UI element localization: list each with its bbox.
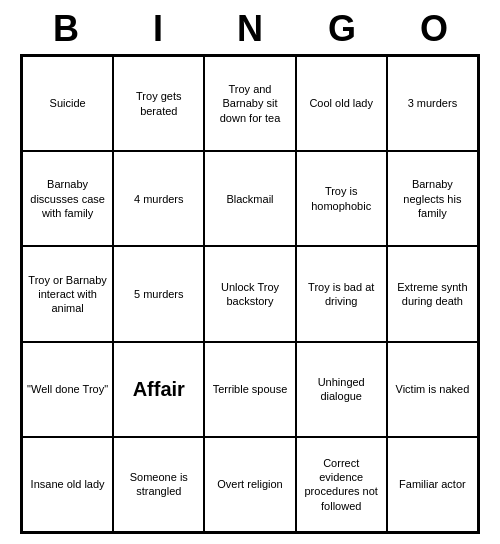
bingo-title: B I N G O	[20, 0, 480, 54]
letter-o: O	[394, 8, 474, 50]
bingo-cell-11[interactable]: 5 murders	[113, 246, 204, 341]
bingo-cell-2[interactable]: Troy and Barnaby sit down for tea	[204, 56, 295, 151]
bingo-cell-18[interactable]: Unhinged dialogue	[296, 342, 387, 437]
letter-b: B	[26, 8, 106, 50]
bingo-cell-5[interactable]: Barnaby discusses case with family	[22, 151, 113, 246]
bingo-cell-23[interactable]: Correct evidence procedures not followed	[296, 437, 387, 532]
letter-n: N	[210, 8, 290, 50]
bingo-cell-4[interactable]: 3 murders	[387, 56, 478, 151]
bingo-cell-22[interactable]: Overt religion	[204, 437, 295, 532]
bingo-cell-3[interactable]: Cool old lady	[296, 56, 387, 151]
bingo-cell-19[interactable]: Victim is naked	[387, 342, 478, 437]
bingo-cell-1[interactable]: Troy gets berated	[113, 56, 204, 151]
bingo-cell-12[interactable]: Unlock Troy backstory	[204, 246, 295, 341]
bingo-cell-24[interactable]: Familiar actor	[387, 437, 478, 532]
bingo-cell-8[interactable]: Troy is homophobic	[296, 151, 387, 246]
bingo-grid: SuicideTroy gets beratedTroy and Barnaby…	[20, 54, 480, 534]
bingo-cell-6[interactable]: 4 murders	[113, 151, 204, 246]
bingo-cell-10[interactable]: Troy or Barnaby interact with animal	[22, 246, 113, 341]
letter-g: G	[302, 8, 382, 50]
letter-i: I	[118, 8, 198, 50]
bingo-cell-20[interactable]: Insane old lady	[22, 437, 113, 532]
bingo-cell-13[interactable]: Troy is bad at driving	[296, 246, 387, 341]
bingo-cell-7[interactable]: Blackmail	[204, 151, 295, 246]
bingo-cell-17[interactable]: Terrible spouse	[204, 342, 295, 437]
bingo-cell-21[interactable]: Someone is strangled	[113, 437, 204, 532]
bingo-cell-0[interactable]: Suicide	[22, 56, 113, 151]
bingo-cell-16[interactable]: Affair	[113, 342, 204, 437]
bingo-cell-9[interactable]: Barnaby neglects his family	[387, 151, 478, 246]
bingo-cell-14[interactable]: Extreme synth during death	[387, 246, 478, 341]
bingo-cell-15[interactable]: "Well done Troy"	[22, 342, 113, 437]
